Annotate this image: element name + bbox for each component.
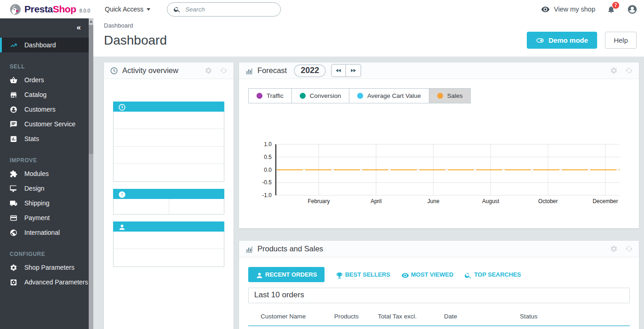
forecast-tab-average-cart-value[interactable]: Average Cart Value xyxy=(349,89,429,103)
gear-icon[interactable] xyxy=(610,245,618,253)
forecast-series-tabs: TrafficConversionAverage Cart ValueSales xyxy=(248,88,471,103)
main-area: Dashboard Dashboard Demo mode Help Activ… xyxy=(93,18,644,329)
notification-cell xyxy=(169,199,224,214)
clock-icon xyxy=(118,103,126,111)
column-header-status: Status xyxy=(520,313,630,320)
notifications-bell-button[interactable]: 7 xyxy=(607,5,616,14)
sidebar-section-label: IMPROVE xyxy=(10,157,93,164)
sidebar-item-advanced-parameters[interactable]: Advanced Parameters xyxy=(0,275,93,289)
sidebar-item-shop-parameters[interactable]: Shop Parameters xyxy=(0,260,93,275)
refresh-icon[interactable] xyxy=(625,245,633,253)
sidebar-item-design[interactable]: Design xyxy=(0,181,93,196)
forecast-panel: Forecast 2022 Traffic xyxy=(239,62,639,228)
scrollbar-thumb[interactable] xyxy=(89,25,93,154)
basket-icon xyxy=(10,76,17,84)
help-button[interactable]: Help xyxy=(605,32,637,49)
fast-rewind-icon xyxy=(335,67,342,74)
sidebar-item-label: Customer Service xyxy=(24,120,75,128)
next-year-button[interactable] xyxy=(346,65,360,76)
sidebar-item-label: Dashboard xyxy=(24,41,56,49)
column-header-date: Date xyxy=(444,313,520,320)
column-header-products: Products xyxy=(334,313,378,320)
sidebar-item-label: Advanced Parameters xyxy=(24,278,88,286)
eye-icon xyxy=(401,272,409,279)
sidebar-collapse-button[interactable]: « xyxy=(0,18,93,32)
version-label: 8.0.0 xyxy=(80,8,90,13)
sidebar-menu: DashboardSELLOrdersCatalogCustomersCusto… xyxy=(0,38,93,289)
gear-icon[interactable] xyxy=(610,67,618,74)
globe-icon xyxy=(10,229,17,237)
notification-cell xyxy=(114,199,169,214)
top-bar: PrestaShop 8.0.0 Quick Access View my sh… xyxy=(0,0,644,18)
sidebar-item-label: Shipping xyxy=(24,199,50,207)
sidebar-section-label: CONFIGURE xyxy=(10,251,93,257)
tab-top-searches[interactable]: TOP SEARCHES xyxy=(464,267,521,282)
person-icon xyxy=(118,223,126,231)
series-color-dot xyxy=(437,93,443,99)
list-item xyxy=(114,112,224,129)
sidebar-item-customers[interactable]: Customers xyxy=(0,102,93,117)
forecast-tab-sales[interactable]: Sales xyxy=(429,89,471,103)
series-color-dot xyxy=(256,93,262,99)
person-icon xyxy=(256,272,263,279)
sidebar-scrollbar[interactable] xyxy=(89,18,93,329)
sidebar-item-dashboard[interactable]: Dashboard xyxy=(0,38,93,52)
search-box[interactable] xyxy=(167,2,281,17)
series-color-dot xyxy=(300,93,306,99)
svg-text:-0.5: -0.5 xyxy=(262,179,272,186)
forecast-tab-conversion[interactable]: Conversion xyxy=(292,89,349,103)
sidebar-section-label: SELL xyxy=(10,63,93,70)
refresh-icon[interactable] xyxy=(625,67,633,74)
card-icon xyxy=(10,214,17,222)
sidebar-item-payment[interactable]: Payment xyxy=(0,210,93,225)
sidebar-item-shipping[interactable]: Shipping xyxy=(0,196,93,210)
panel-title: Forecast xyxy=(257,66,287,75)
stats-icon xyxy=(10,135,17,143)
sidebar-item-stats[interactable]: Stats xyxy=(0,131,93,146)
products-sales-tabs: RECENT ORDERSBEST SELLERSMOST VIEWEDTOP … xyxy=(248,267,630,282)
tab-most-viewed[interactable]: MOST VIEWED xyxy=(401,267,453,282)
demo-mode-button[interactable]: Demo mode xyxy=(527,32,597,49)
sidebar-item-catalog[interactable]: Catalog xyxy=(0,87,93,102)
sidebar-item-customer-service[interactable]: Customer Service xyxy=(0,117,93,131)
list-item xyxy=(114,129,224,147)
sidebar-item-orders[interactable]: Orders xyxy=(0,73,93,87)
trophy-icon xyxy=(336,272,343,279)
table-title: Last 10 orders xyxy=(248,288,630,303)
sidebar-item-international[interactable]: International xyxy=(0,225,93,240)
sidebar: « DashboardSELLOrdersCatalogCustomersCus… xyxy=(0,18,93,329)
truck-icon xyxy=(10,199,17,207)
svg-text:0.0: 0.0 xyxy=(264,167,272,173)
notification-count-badge: 7 xyxy=(612,2,619,9)
column-header-total-tax-excl-: Total Tax excl. xyxy=(378,313,444,320)
sidebar-item-label: Customers xyxy=(24,106,56,113)
sidebar-item-label: Stats xyxy=(24,135,39,142)
quick-access-dropdown[interactable]: Quick Access xyxy=(105,6,150,13)
scrollbar-up-arrow[interactable] xyxy=(89,18,93,25)
account-circle-icon xyxy=(10,106,17,113)
clock-icon xyxy=(110,67,118,75)
gear-icon xyxy=(10,264,17,272)
svg-text:October: October xyxy=(538,198,558,204)
orders-table-header: Customer NameProductsTotal Tax excl.Date… xyxy=(248,303,630,326)
chat-icon xyxy=(10,120,17,128)
sidebar-item-label: Shop Parameters xyxy=(24,264,74,271)
monitor-icon xyxy=(10,185,17,193)
search-icon xyxy=(464,272,472,279)
store-icon xyxy=(10,91,17,99)
sidebar-item-label: Orders xyxy=(24,76,44,84)
forecast-tab-traffic[interactable]: Traffic xyxy=(249,89,292,103)
user-avatar-button[interactable] xyxy=(627,4,638,15)
tab-best-sellers[interactable]: BEST SELLERS xyxy=(336,267,390,282)
sidebar-item-label: Modules xyxy=(24,170,49,177)
gear-icon[interactable] xyxy=(205,67,212,74)
forecast-chart: 1.00.50.0-0.5-1.0FebruaryAprilJuneAugust… xyxy=(247,142,639,208)
search-input[interactable] xyxy=(185,6,274,13)
view-my-shop-button[interactable]: View my shop xyxy=(541,5,595,14)
sidebar-item-modules[interactable]: Modules xyxy=(0,166,93,181)
tab-recent-orders[interactable]: RECENT ORDERS xyxy=(248,267,325,282)
column-header-customer-name: Customer Name xyxy=(261,313,334,320)
notifications-cells xyxy=(113,199,224,215)
refresh-icon[interactable] xyxy=(220,67,228,74)
previous-year-button[interactable] xyxy=(332,65,346,76)
